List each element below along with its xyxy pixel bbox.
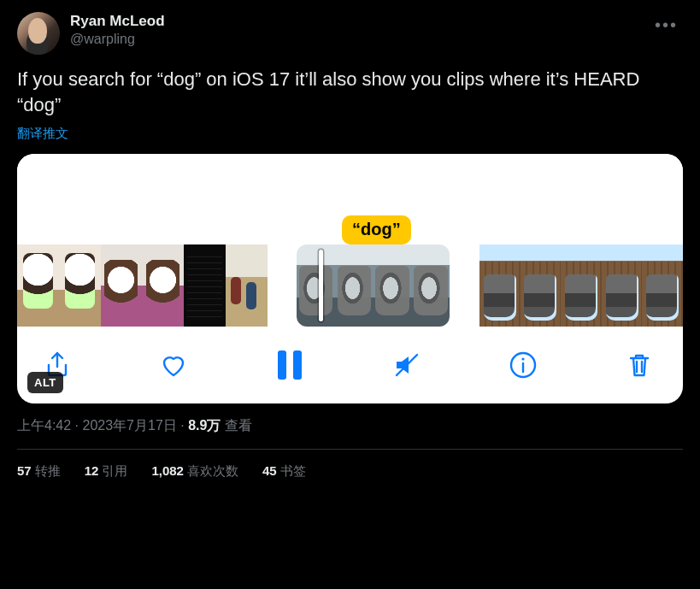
tweet-stats: 57转推 12引用 1,082喜欢次数 45书签	[17, 450, 683, 480]
views-label: 查看	[221, 418, 251, 433]
translate-link[interactable]: 翻译推文	[17, 126, 68, 142]
thumbnail	[602, 244, 643, 327]
pause-icon[interactable]	[270, 345, 309, 385]
caption-chip: “dog”	[342, 215, 411, 244]
media-toolbar	[17, 327, 683, 403]
display-name: Ryan McLeod	[70, 12, 639, 31]
thumbnail	[226, 244, 268, 327]
info-icon[interactable]	[503, 345, 543, 385]
more-icon[interactable]: •••	[650, 12, 683, 38]
svg-point-2	[521, 358, 524, 361]
bookmarks-stat[interactable]: 45书签	[262, 463, 306, 480]
trash-icon[interactable]	[620, 345, 659, 385]
timeline-strip[interactable]	[17, 244, 683, 327]
time[interactable]: 上午4:42	[17, 418, 71, 433]
clip-group-2[interactable]	[297, 244, 450, 327]
thumbnail	[17, 244, 59, 327]
thumbnail	[479, 244, 521, 327]
tweet-header: Ryan McLeod @warpling •••	[17, 12, 683, 55]
thumbnail	[184, 244, 226, 327]
retweets-stat[interactable]: 57转推	[17, 463, 61, 480]
tweet-text: If you search for “dog” on iOS 17 it’ll …	[17, 67, 683, 117]
thumbnail	[412, 244, 450, 327]
thumbnail	[297, 244, 335, 327]
mute-icon[interactable]	[387, 345, 426, 385]
tweet: Ryan McLeod @warpling ••• If you search …	[0, 0, 700, 480]
thumbnail	[561, 244, 602, 327]
thumbnail	[101, 244, 143, 327]
likes-stat[interactable]: 1,082喜欢次数	[151, 463, 238, 480]
thumbnail	[142, 244, 184, 327]
alt-badge[interactable]: ALT	[27, 372, 63, 393]
avatar[interactable]	[17, 12, 60, 55]
heart-icon[interactable]	[154, 345, 193, 385]
media-attachment[interactable]: “dog”	[17, 154, 683, 403]
thumbnail	[374, 244, 412, 327]
author-block[interactable]: Ryan McLeod @warpling	[70, 12, 639, 49]
views-count: 8.9万	[188, 418, 221, 433]
thumbnail	[521, 244, 562, 327]
thumbnail	[59, 244, 101, 327]
thumbnail	[642, 244, 683, 327]
clip-group-1[interactable]	[17, 244, 268, 327]
tweet-meta: 上午4:42 · 2023年7月17日 · 8.9万 查看	[17, 417, 683, 435]
date[interactable]: 2023年7月17日	[82, 418, 176, 433]
thumbnail	[335, 244, 374, 327]
handle: @warpling	[70, 31, 639, 49]
quotes-stat[interactable]: 12引用	[85, 463, 128, 480]
scrubber-handle[interactable]	[319, 250, 323, 321]
media-whitespace: “dog”	[17, 154, 683, 244]
clip-group-3[interactable]	[479, 244, 683, 327]
